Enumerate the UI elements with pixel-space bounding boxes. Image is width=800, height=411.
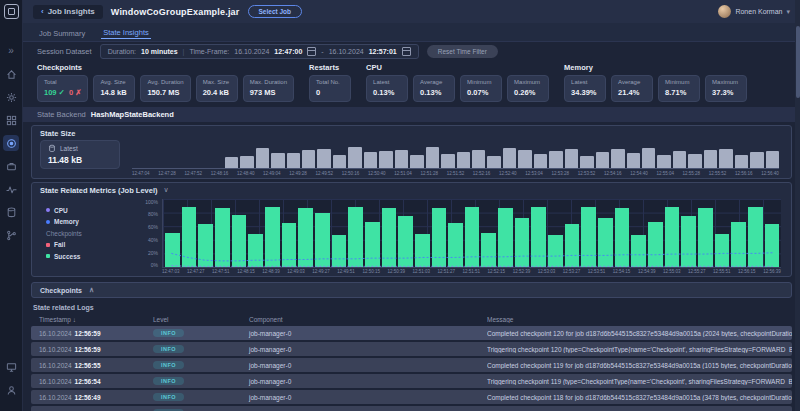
job-insights-icon[interactable] [3, 135, 19, 151]
scrollbar-thumb[interactable] [796, 26, 800, 98]
stat-card-value: 973 MS [250, 88, 287, 97]
stats-group: MemoryLatest34.39%Average21.4%Minimum8.7… [564, 63, 747, 102]
log-date: 16.10.2024 [39, 378, 72, 385]
desktop-monitor-icon[interactable] [3, 359, 19, 375]
column-timestamp[interactable]: Timestamp ↓ [39, 316, 153, 323]
x-tick-label: 12:56:16 [735, 171, 753, 176]
state-size-bar [642, 148, 655, 168]
stat-card: Average21.4% [611, 75, 653, 102]
column-message[interactable]: Message [487, 316, 792, 323]
stat-card-label: Average [420, 79, 448, 85]
stat-card-value: 0.26% [514, 88, 542, 97]
user-menu[interactable]: Ronen Korman ▾ [718, 5, 790, 18]
tab-state-insights[interactable]: State Insights [101, 27, 150, 39]
checkpoints-section-title: Checkpoints [40, 287, 82, 294]
stat-card: Minimum0.07% [460, 75, 502, 102]
tab-job-summary[interactable]: Job Summary [37, 28, 87, 39]
settings-gear-icon[interactable] [3, 89, 19, 105]
stats-groups: CheckpointsTotal109 ✓0 ✗Avg. Size14.8 kB… [23, 61, 800, 107]
logs-table-header: Timestamp ↓ Level Component Message [31, 314, 792, 326]
stat-card: Max. Duration973 MS [243, 75, 294, 102]
section-title: Job Insights [48, 7, 95, 16]
stat-card-value: 0 [316, 88, 344, 97]
legend-fail[interactable]: Fail [46, 241, 138, 248]
calendar-icon[interactable] [307, 47, 316, 56]
user-icon[interactable] [3, 382, 19, 398]
x-tick-label: 12:51:03 [412, 269, 430, 274]
metrics-x-axis: 12:47:0312:47:2712:47:5112:48:1512:48:39… [162, 269, 781, 274]
stat-card-label: Avg. Size [100, 79, 128, 85]
log-row[interactable]: 16.10.202412:56:49INFOjob-manager-0Trigg… [31, 406, 792, 411]
log-timestamp: 16.10.202412:56:54 [39, 378, 153, 385]
x-tick-label: 12:51:52 [447, 171, 465, 176]
log-row[interactable]: 16.10.202412:56:55INFOjob-manager-0Compl… [31, 358, 792, 372]
log-row[interactable]: 16.10.202412:56:49INFOjob-manager-0Compl… [31, 390, 792, 404]
checkpoints-section-header[interactable]: Checkpoints ∧ [31, 282, 792, 298]
from-time: 12:47:00 [274, 48, 302, 55]
stat-card-value: 0.07% [467, 88, 495, 97]
session-dataset-label: Session Dataset [37, 47, 92, 56]
log-message: Triggering checkpoint 119 (type=Checkpoi… [487, 378, 792, 385]
log-time: 12:56:55 [75, 362, 101, 369]
stats-group: CheckpointsTotal109 ✓0 ✗Avg. Size14.8 kB… [37, 63, 294, 102]
calendar-icon[interactable] [402, 47, 411, 56]
job-insights-breadcrumb[interactable]: ‹ Job Insights [33, 5, 103, 19]
state-size-bar [287, 153, 300, 168]
reset-time-filter-button[interactable]: Reset Time Filter [427, 45, 498, 58]
state-size-chart: 12:47:0412:47:2812:47:5212:48:1612:48:40… [132, 144, 783, 176]
state-backend-value: HashMapStateBackend [91, 110, 174, 119]
back-icon: ‹ [41, 7, 44, 16]
database-icon[interactable] [3, 204, 19, 220]
x-tick-label: 12:48:40 [237, 171, 255, 176]
stat-card: Minimum8.71% [658, 75, 700, 102]
stat-card-label: Maximum [712, 79, 740, 85]
legend-cpu-label: CPU [54, 207, 68, 214]
x-tick-label: 12:56:39 [763, 269, 781, 274]
pipeline-branch-icon[interactable] [3, 227, 19, 243]
home-icon[interactable] [3, 66, 19, 82]
x-tick-label: 12:48:16 [211, 171, 229, 176]
select-job-button[interactable]: Select Job [248, 5, 303, 18]
legend-checkpoints-label: Checkpoints [46, 230, 138, 237]
stat-card-label: Max. Size [203, 79, 231, 85]
stat-card: Average0.13% [413, 75, 455, 102]
legend-success[interactable]: Success [46, 253, 138, 260]
log-row[interactable]: 16.10.202412:56:54INFOjob-manager-0Trigg… [31, 374, 792, 388]
log-time: 12:56:59 [75, 346, 101, 353]
legend-memory[interactable]: Memory [46, 218, 138, 225]
state-size-bar [457, 152, 470, 168]
legend-cpu[interactable]: CPU [46, 207, 138, 214]
state-size-bar [549, 151, 562, 168]
stat-card-label: Minimum [467, 79, 495, 85]
stats-group-title: Restarts [309, 63, 351, 72]
x-tick-label: 12:50:16 [342, 171, 360, 176]
log-level-badge: INFO [153, 393, 184, 401]
stat-card-value: 8.71% [665, 88, 693, 97]
column-component[interactable]: Component [249, 316, 487, 323]
state-size-bar [302, 150, 315, 168]
metrics-y-axis: 0%20%40%60%80%100% [138, 199, 162, 269]
x-tick-label: 12:49:51 [337, 269, 355, 274]
stat-card-label: Avg. Duration [147, 79, 183, 85]
stat-card: Maximum0.26% [507, 75, 549, 102]
log-level-badge: INFO [153, 329, 184, 337]
log-level: INFO [153, 377, 249, 385]
state-size-bar [596, 152, 609, 168]
x-tick-label: 12:53:04 [525, 171, 543, 176]
column-level[interactable]: Level [153, 316, 249, 323]
state-size-bar [534, 154, 547, 168]
log-row[interactable]: 16.10.202412:56:59INFOjob-manager-0Compl… [31, 326, 792, 340]
sidebar-collapse-icon[interactable]: » [3, 43, 19, 59]
state-size-bar [503, 148, 516, 168]
dashboard-grid-icon[interactable] [3, 112, 19, 128]
jobs-briefcase-icon[interactable] [3, 158, 19, 174]
state-size-bar [333, 155, 346, 168]
x-tick-label: 12:49:27 [312, 269, 330, 274]
x-tick-label: 12:55:52 [709, 171, 727, 176]
chevron-down-icon[interactable]: ∨ [164, 186, 169, 194]
memory-dot-icon [46, 220, 50, 224]
log-message: Completed checkpoint 119 for job d187d6b… [487, 362, 792, 369]
activity-metrics-icon[interactable] [3, 181, 19, 197]
scrollbar-track[interactable] [795, 0, 800, 411]
log-row[interactable]: 16.10.202412:56:59INFOjob-manager-0Trigg… [31, 342, 792, 356]
